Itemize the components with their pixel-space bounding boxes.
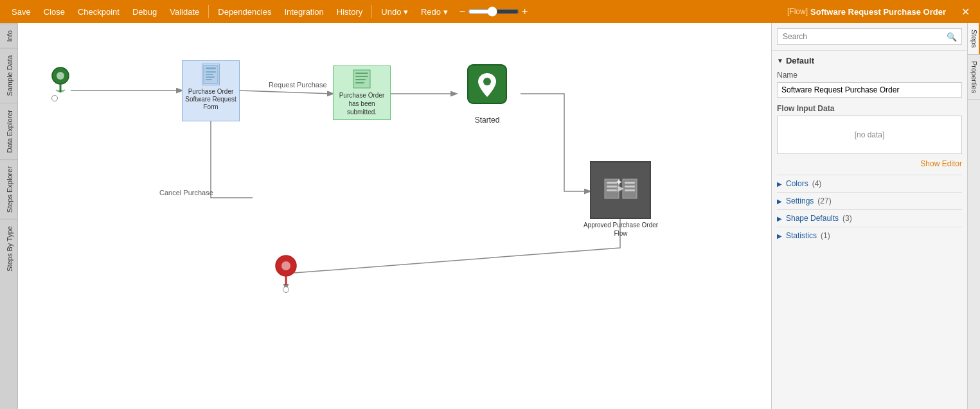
collapsible-count-shape-defaults: (3) (842, 214, 852, 223)
zoom-control: − + (459, 6, 528, 17)
save-button[interactable]: Save (5, 4, 37, 19)
integration-button[interactable]: Integration (278, 4, 330, 19)
chevron-icon-settings: ▶ (777, 198, 782, 205)
toolbar: Save Close Checkpoint Debug Validate Dep… (0, 0, 980, 23)
search-icon: 🔍 (947, 32, 957, 42)
started-node[interactable]: Started (455, 62, 519, 132)
end-node[interactable] (270, 254, 302, 299)
svg-rect-25 (625, 189, 635, 191)
collapsible-label-statistics: Statistics (786, 231, 817, 240)
flow-tag-label: [Flow] (787, 7, 808, 16)
svg-rect-20 (607, 186, 617, 187)
tab-properties[interactable]: Properties (968, 55, 980, 100)
svg-rect-15 (355, 82, 364, 83)
approved-purchase-order-node[interactable] (590, 161, 651, 219)
collapsible-statistics[interactable]: ▶ Statistics (1) (777, 227, 962, 244)
search-wrapper: 🔍 (777, 28, 962, 45)
window-close-button[interactable]: ✕ (956, 3, 975, 21)
name-label: Name (777, 71, 962, 80)
default-section-label: Default (786, 56, 814, 65)
sidebar-item-steps-explorer[interactable]: Steps Explorer (0, 159, 17, 219)
main-area: Info Sample Data Data Explorer Steps Exp… (0, 23, 980, 409)
default-section-header: ▼ Default (777, 56, 962, 65)
search-container: 🔍 (772, 23, 967, 51)
undo-button[interactable]: Undo ▾ (375, 4, 414, 19)
connector-label-cancel-purchase: Cancel Purchase (159, 189, 213, 196)
svg-point-4 (57, 72, 64, 80)
form-node[interactable]: Purchase Order Software Request Form (182, 60, 240, 121)
svg-rect-21 (607, 189, 617, 191)
zoom-minus-button[interactable]: − (459, 6, 465, 17)
default-arrow-icon: ▼ (777, 57, 783, 64)
name-input[interactable] (777, 82, 962, 98)
approved-node-label: Approved Purchase Order Flow (582, 221, 659, 238)
svg-point-17 (483, 78, 491, 85)
debug-button[interactable]: Debug (126, 4, 163, 19)
zoom-slider[interactable] (468, 6, 519, 17)
svg-line-1 (240, 91, 333, 94)
sidebar-item-sample-data[interactable]: Sample Data (0, 48, 17, 103)
svg-rect-6 (206, 67, 216, 69)
started-node-label: Started (475, 116, 500, 125)
svg-rect-10 (206, 79, 212, 80)
collapsible-shape-defaults[interactable]: ▶ Shape Defaults (3) (777, 209, 962, 227)
start-node[interactable] (51, 67, 71, 92)
collapsible-settings[interactable]: ▶ Settings (27) (777, 192, 962, 209)
sidebar-item-data-explorer[interactable]: Data Explorer (0, 103, 17, 159)
collapsibles-container: ▶ Colors (4) ▶ Settings (27) ▶ Shape Def… (777, 175, 962, 244)
zoom-plus-button[interactable]: + (522, 6, 528, 17)
chevron-icon-statistics: ▶ (777, 232, 782, 239)
properties-section: ▼ Default Name Flow Input Data [no data]… (772, 51, 967, 409)
svg-rect-24 (625, 186, 635, 187)
collapsible-label-settings: Settings (786, 196, 814, 205)
flow-input-label: Flow Input Data (777, 104, 962, 113)
flow-canvas[interactable]: Request Purchase Cancel Purchase (18, 23, 771, 409)
collapsible-count-statistics: (1) (821, 231, 830, 240)
svg-rect-9 (206, 76, 215, 78)
history-button[interactable]: History (330, 4, 369, 19)
sidebar-item-steps-by-type[interactable]: Steps By Type (0, 219, 17, 278)
collapsible-count-colors: (4) (812, 179, 822, 188)
end-connector (283, 286, 289, 293)
collapsible-count-settings: (27) (817, 196, 831, 205)
dependencies-button[interactable]: Dependencies (211, 4, 278, 19)
svg-rect-19 (607, 182, 617, 184)
flow-title-label: Software Request Purchase Order (810, 7, 946, 17)
left-tabs: Info Sample Data Data Explorer Steps Exp… (0, 23, 18, 409)
collapsible-label-colors: Colors (786, 179, 808, 188)
no-data-text: [no data] (855, 130, 885, 139)
chevron-icon-colors: ▶ (777, 180, 782, 187)
svg-rect-23 (625, 182, 635, 184)
sidebar-item-info[interactable]: Info (0, 23, 17, 48)
redo-button[interactable]: Redo ▾ (414, 4, 454, 19)
svg-rect-14 (355, 79, 366, 80)
collapsible-colors[interactable]: ▶ Colors (4) (777, 175, 962, 192)
connector-label-request-purchase: Request Purchase (269, 81, 327, 89)
search-input[interactable] (777, 28, 962, 45)
right-panel: 🔍 ▼ Default Name Flow Input Data [no dat… (771, 23, 967, 409)
collapsible-label-shape-defaults: Shape Defaults (786, 214, 839, 223)
toolbar-divider-2 (371, 5, 372, 18)
form-icon (202, 64, 220, 85)
svg-rect-8 (206, 74, 213, 75)
flow-input-data-box: [no data] (777, 116, 962, 154)
toolbar-divider-1 (208, 5, 209, 18)
connectors-svg: Request Purchase Cancel Purchase (18, 23, 771, 409)
close-button[interactable]: Close (37, 4, 71, 19)
svg-point-27 (281, 261, 290, 270)
svg-rect-12 (355, 73, 368, 74)
chevron-icon-shape-defaults: ▶ (777, 215, 782, 222)
form-node-label: Purchase Order Software Request Form (185, 88, 236, 111)
submitted-node[interactable]: Purchase Order has been submitted. (333, 65, 391, 120)
show-editor-button[interactable]: Show Editor (777, 159, 962, 168)
submitted-node-label: Purchase Order has been submitted. (336, 91, 388, 116)
checkpoint-button[interactable]: Checkpoint (71, 4, 126, 19)
tab-steps[interactable]: Steps (968, 23, 980, 55)
svg-rect-13 (355, 76, 368, 77)
validate-button[interactable]: Validate (163, 4, 206, 19)
start-connector (51, 95, 58, 101)
svg-rect-7 (206, 71, 216, 73)
right-tabs: Steps Properties (967, 23, 980, 409)
